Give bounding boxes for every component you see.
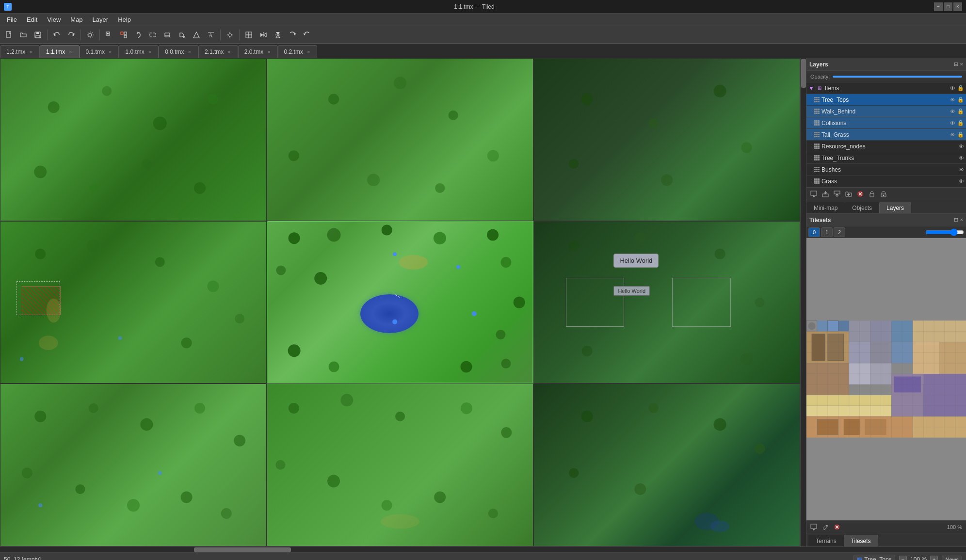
tab-10[interactable]: 1.0.tmx ×	[119, 45, 159, 58]
layer-collisions-eye[interactable]: 👁	[950, 120, 955, 126]
tab-21[interactable]: 2.1.tmx ×	[198, 45, 238, 58]
tab-terrains[interactable]: Terrains	[808, 535, 844, 546]
flip-v[interactable]	[271, 28, 285, 42]
menu-view[interactable]: View	[42, 15, 65, 25]
tab-11[interactable]: 1.1.tmx ×	[40, 45, 80, 58]
layer-tree-tops[interactable]: Tree_Tops 👁 🔒	[806, 94, 966, 106]
rect-tool[interactable]	[146, 28, 160, 42]
add-tileset-button[interactable]	[808, 522, 819, 532]
add-group-button[interactable]	[843, 189, 854, 199]
tilesets-float-icon[interactable]: ⊟	[954, 217, 958, 223]
undo-button[interactable]	[50, 28, 64, 42]
layer-walk-behind[interactable]: Walk_Behind 👁 🔒	[806, 106, 966, 117]
layer-resource-eye[interactable]: 👁	[959, 144, 964, 149]
tab-12-close[interactable]: ×	[28, 49, 33, 55]
map-tile-00[interactable]	[0, 58, 267, 221]
layers-float-icon[interactable]: ⊟	[954, 61, 958, 67]
tab-10-close[interactable]: ×	[147, 49, 152, 55]
map-tile-10[interactable]	[0, 221, 267, 384]
zoom-in-button[interactable]: +	[930, 556, 938, 560]
rotate-ccw[interactable]	[300, 28, 314, 42]
edit-tileset-button[interactable]	[820, 522, 831, 532]
layer-items-lock[interactable]: 🔒	[957, 85, 964, 91]
tab-21-close[interactable]: ×	[226, 49, 231, 55]
layer-resource-nodes[interactable]: Resource_nodes 👁	[806, 141, 966, 152]
pan-tool[interactable]	[223, 28, 237, 42]
random-button[interactable]	[117, 28, 130, 42]
stamp-button[interactable]	[102, 28, 116, 42]
map-tile-21[interactable]	[267, 384, 533, 546]
tab-01[interactable]: 0.1.tmx ×	[80, 45, 119, 58]
layer-tall-grass-lock[interactable]: 🔒	[957, 131, 964, 138]
delete-tileset-button[interactable]	[832, 522, 842, 532]
layers-close-icon[interactable]: ×	[960, 61, 963, 67]
opacity-slider[interactable]	[833, 76, 962, 78]
settings-button[interactable]	[83, 28, 97, 42]
lock-all-button[interactable]	[878, 189, 889, 199]
map-tile-02[interactable]	[533, 58, 800, 221]
render-order[interactable]	[242, 28, 256, 42]
layer-walk-behind-eye[interactable]: 👁	[950, 109, 955, 114]
menu-edit[interactable]: Edit	[22, 15, 42, 25]
fill-tool[interactable]	[175, 28, 189, 42]
tab-02-close[interactable]: ×	[306, 49, 311, 55]
map-hscroll-thumb[interactable]	[194, 547, 291, 552]
map-tile-12[interactable]: Hello World Hello World	[533, 221, 800, 384]
eraser-tool[interactable]	[161, 28, 174, 42]
map-tile-11-center[interactable]	[267, 221, 533, 384]
tab-20[interactable]: 2.0.tmx ×	[238, 45, 278, 58]
layer-bushes[interactable]: Bushes 👁	[806, 164, 966, 176]
add-layer-button[interactable]	[808, 189, 819, 199]
layer-collisions[interactable]: Collisions 👁 🔒	[806, 117, 966, 129]
text-tool[interactable]: A	[204, 28, 218, 42]
tab-20-close[interactable]: ×	[266, 49, 271, 55]
zoom-out-button[interactable]: −	[899, 556, 907, 560]
move-layer-up-button[interactable]	[820, 189, 831, 199]
flip-h[interactable]	[257, 28, 270, 42]
layer-collisions-lock[interactable]: 🔒	[957, 120, 964, 126]
news-button[interactable]: News	[942, 556, 962, 560]
tab-11-close[interactable]: ×	[68, 49, 73, 55]
tab-12[interactable]: 1.2.tmx ×	[0, 45, 40, 58]
layer-trunks-eye[interactable]: 👁	[959, 155, 964, 161]
lock-layer-button[interactable]	[867, 189, 877, 199]
tab-minimap[interactable]: Mini-map	[806, 202, 845, 213]
map-tile-01[interactable]	[267, 58, 533, 221]
rotate-cw[interactable]	[286, 28, 299, 42]
tileset-tab-1[interactable]: 1	[821, 227, 833, 237]
tileset-zoom-slider[interactable]	[925, 228, 964, 236]
map-vscroll-thumb[interactable]	[801, 59, 806, 88]
layer-grass[interactable]: Grass 👁	[806, 176, 966, 187]
map-vertical-scrollbar[interactable]	[800, 58, 806, 546]
tab-layers[interactable]: Layers	[879, 202, 911, 213]
rotate-button[interactable]	[131, 28, 145, 42]
tileset-content[interactable]	[806, 238, 966, 520]
layer-tall-grass[interactable]: Tall_Grass 👁 🔒	[806, 129, 966, 141]
redo-button[interactable]	[64, 28, 78, 42]
map-tile-20[interactable]	[0, 384, 267, 546]
menu-map[interactable]: Map	[65, 15, 87, 25]
tab-02[interactable]: 0.2.tmx ×	[278, 45, 318, 58]
layer-tree-tops-eye[interactable]: 👁	[950, 97, 955, 103]
move-layer-down-button[interactable]	[832, 189, 842, 199]
tab-tilesets[interactable]: Tilesets	[844, 535, 878, 546]
close-button[interactable]: ×	[953, 2, 962, 11]
tilesets-close-icon[interactable]: ×	[960, 217, 963, 223]
layer-walk-behind-lock[interactable]: 🔒	[957, 108, 964, 114]
tab-00[interactable]: 0.0.tmx ×	[159, 45, 198, 58]
open-button[interactable]	[16, 28, 30, 42]
new-button[interactable]	[2, 28, 16, 42]
shape-tool[interactable]	[190, 28, 203, 42]
menu-layer[interactable]: Layer	[88, 15, 113, 25]
menu-file[interactable]: File	[2, 15, 22, 25]
tab-01-close[interactable]: ×	[108, 49, 113, 55]
layer-grass-eye[interactable]: 👁	[959, 178, 964, 184]
map-horizontal-scrollbar[interactable]	[0, 546, 966, 552]
maximize-button[interactable]: □	[944, 2, 952, 11]
layer-tree-tops-lock[interactable]: 🔒	[957, 96, 964, 103]
delete-layer-button[interactable]	[855, 189, 866, 199]
layer-tree-trunks[interactable]: Tree_Trunks 👁	[806, 152, 966, 164]
menu-help[interactable]: Help	[113, 15, 136, 25]
layer-items-group[interactable]: ▼ ⊞ Items 👁 🔒	[806, 82, 966, 94]
minimize-button[interactable]: −	[934, 2, 943, 11]
